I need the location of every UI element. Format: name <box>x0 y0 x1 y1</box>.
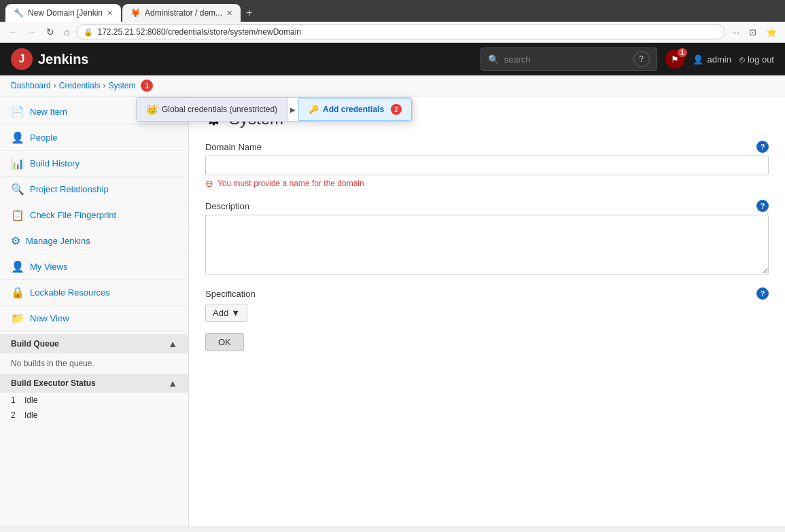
sidebar-item-label: Check File Fingerprint <box>30 210 116 220</box>
description-label: Description <box>205 201 249 211</box>
sidebar: 📄 New Item 👤 People 📊 Build History 🔍 Pr… <box>0 96 189 527</box>
executor-num-1: 1 <box>11 395 16 405</box>
add-arrow: ▼ <box>231 308 240 318</box>
header-search[interactable]: 🔍 ? <box>481 48 657 71</box>
build-queue-toggle[interactable]: ▲ <box>168 338 177 349</box>
breadcrumb-system[interactable]: System <box>108 81 135 90</box>
build-executor-toggle[interactable]: ▲ <box>168 378 177 389</box>
search-help-button[interactable]: ? <box>633 51 650 67</box>
manage-icon: ⚙ <box>11 234 20 247</box>
lock-icon: 🔒 <box>84 28 93 37</box>
sidebar-item-check-fingerprint[interactable]: 📋 Check File Fingerprint <box>0 202 188 228</box>
browser-chrome: 🔧 New Domain [Jenkin ✕ 🦊 Administrator /… <box>0 0 785 43</box>
breadcrumb-dropdown: 👑 Global credentials (unrestricted) ▶ 🔑 … <box>136 97 413 122</box>
reload-button[interactable]: ↻ <box>43 25 57 39</box>
url-text: 172.25.21.52:8080/credentials/store/syst… <box>97 27 718 37</box>
logout-label: log out <box>748 54 774 65</box>
tab-close-2[interactable]: ✕ <box>226 9 232 18</box>
browser-tab-1[interactable]: 🔧 New Domain [Jenkin ✕ <box>5 4 121 22</box>
executor-item-2: 2 Idle <box>0 408 188 423</box>
build-queue-empty: No builds in the queue. <box>0 353 188 374</box>
browser-toolbar: ← → ↻ ⌂ 🔒 172.25.21.52:8080/credentials/… <box>0 22 785 43</box>
ok-button[interactable]: OK <box>205 333 244 351</box>
forward-button[interactable]: → <box>24 25 39 39</box>
domain-name-field: Domain Name ? ⊖ You must provide a name … <box>205 141 769 189</box>
new-tab-button[interactable]: + <box>242 7 256 19</box>
sidebar-item-label: Lockable Resources <box>30 287 110 298</box>
domain-name-input[interactable] <box>205 156 769 175</box>
add-specification-button[interactable]: Add ▼ <box>205 304 247 322</box>
notification-badge: 1 <box>678 48 687 57</box>
status-bar: 172.25.21.52:8080/credentials/store/syst… <box>0 527 785 532</box>
browser-tab-2[interactable]: 🦊 Administrator / dem... ✕ <box>122 4 241 22</box>
sidebar-item-label: New Item <box>30 107 67 117</box>
address-bar[interactable]: 🔒 172.25.21.52:8080/credentials/store/sy… <box>76 24 725 39</box>
breadcrumb: Dashboard › Credentials › System 1 👑 Glo… <box>0 75 785 96</box>
sidebar-item-new-view[interactable]: 📁 New View <box>0 306 188 332</box>
domain-name-help[interactable]: ? <box>756 141 769 153</box>
sidebar-item-my-views[interactable]: 👤 My Views <box>0 254 188 280</box>
executor-status-1: Idle <box>24 395 37 405</box>
search-icon: 🔍 <box>488 54 499 65</box>
global-creds-icon: 👑 <box>146 104 158 115</box>
content-area: ⚙ System Domain Name ? ⊖ You must provid… <box>189 96 785 527</box>
add-credentials-button[interactable]: 🔑 Add credentials 2 <box>298 98 412 121</box>
tab-label-2: Administrator / dem... <box>145 8 222 18</box>
search-input[interactable] <box>504 54 628 65</box>
tab-icon-2: 🦊 <box>130 8 141 18</box>
home-button[interactable]: ⌂ <box>61 25 72 39</box>
logout-icon: ⎋ <box>739 54 745 65</box>
global-credentials-button[interactable]: 👑 Global credentials (unrestricted) <box>137 98 287 121</box>
logout-button[interactable]: ⎋ log out <box>739 54 774 65</box>
domain-name-label: Domain Name <box>205 142 262 152</box>
extension-button[interactable]: ⊡ <box>746 26 759 39</box>
executor-item-1: 1 Idle <box>0 393 188 408</box>
sidebar-item-lockable-resources[interactable]: 🔒 Lockable Resources <box>0 280 188 306</box>
executor-status-2: Idle <box>24 410 37 420</box>
back-button[interactable]: ← <box>5 25 20 39</box>
breadcrumb-dashboard[interactable]: Dashboard <box>11 81 51 90</box>
people-icon: 👤 <box>11 131 24 144</box>
new-item-icon: 📄 <box>11 105 24 118</box>
breadcrumb-sep-2: › <box>103 81 105 90</box>
build-queue-section: Build Queue ▲ <box>0 334 188 353</box>
tab-close-1[interactable]: ✕ <box>107 9 113 18</box>
tab-icon-1: 🔧 <box>14 8 24 18</box>
tab-label-1: New Domain [Jenkin <box>28 8 103 18</box>
sidebar-item-project-relationship[interactable]: 🔍 Project Relationship <box>0 177 188 202</box>
user-icon: 👤 <box>693 54 703 65</box>
jenkins-logo: J Jenkins <box>11 48 88 70</box>
main-layout: 📄 New Item 👤 People 📊 Build History 🔍 Pr… <box>0 96 785 527</box>
sidebar-item-manage-jenkins[interactable]: ⚙ Manage Jenkins <box>0 228 188 254</box>
step-badge-2: 2 <box>391 104 402 115</box>
description-help[interactable]: ? <box>756 200 769 212</box>
domain-name-error: ⊖ You must provide a name for the domain <box>205 178 769 189</box>
new-view-icon: 📁 <box>11 312 24 325</box>
sidebar-item-label: Project Relationship <box>30 184 109 194</box>
error-text: You must provide a name for the domain <box>217 179 364 188</box>
jenkins-header: J Jenkins 🔍 ? ⚑ 1 👤 admin ⎋ log out <box>0 43 785 75</box>
sidebar-item-build-history[interactable]: 📊 Build History <box>0 151 188 177</box>
add-creds-label: Add credentials <box>323 105 384 114</box>
build-executor-label: Build Executor Status <box>11 378 96 388</box>
description-textarea[interactable] <box>205 215 769 274</box>
global-creds-label: Global credentials (unrestricted) <box>162 105 277 114</box>
sidebar-item-people[interactable]: 👤 People <box>0 125 188 151</box>
sidebar-item-label: Build History <box>30 158 80 169</box>
sidebar-item-label: My Views <box>30 262 67 272</box>
more-options-button[interactable]: ··· <box>729 26 742 39</box>
add-label: Add <box>213 308 228 318</box>
add-creds-icon: 🔑 <box>309 105 319 114</box>
specification-help[interactable]: ? <box>756 287 769 300</box>
notification-button[interactable]: ⚑ 1 <box>665 50 684 69</box>
dropdown-arrow: ▶ <box>287 106 298 113</box>
sidebar-nav: 📄 New Item 👤 People 📊 Build History 🔍 Pr… <box>0 96 188 334</box>
error-icon: ⊖ <box>205 178 213 189</box>
breadcrumb-credentials[interactable]: Credentials <box>59 81 101 90</box>
jenkins-title: Jenkins <box>38 52 88 67</box>
breadcrumb-sep-1: › <box>54 81 56 90</box>
build-executor-section: Build Executor Status ▲ <box>0 374 188 393</box>
bookmark-button[interactable]: ⭐ <box>763 26 780 39</box>
step-badge-1: 1 <box>141 79 153 92</box>
lockable-icon: 🔒 <box>11 286 24 299</box>
